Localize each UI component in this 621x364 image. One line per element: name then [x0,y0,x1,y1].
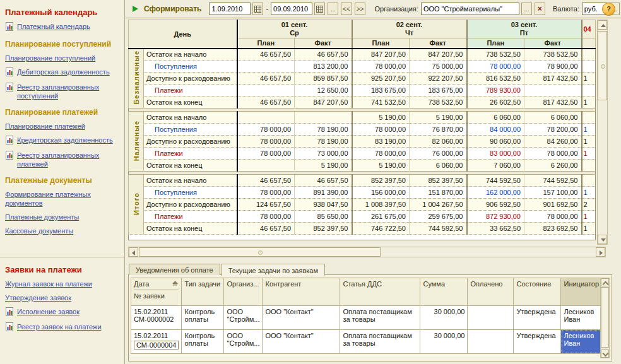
column-header-paid[interactable]: Оплачено [468,278,514,306]
grid-cell-partial[interactable]: 1 [582,97,596,109]
grid-cell[interactable] [237,85,295,97]
grid-cell[interactable]: 46 657,50 [237,49,295,61]
group-label-cell[interactable]: Итого [129,175,144,235]
grid-cell[interactable]: 1 008 397,50 [352,199,410,211]
task-cell-type[interactable]: Контроль оплаты [182,330,224,354]
grid-cell[interactable]: 83 190,00 [352,136,410,148]
date-to-calendar-button[interactable] [314,3,325,15]
grid-cell[interactable]: 7 060,00 [467,160,524,172]
grid-cell[interactable]: 852 397,50 [295,223,352,235]
grid-cell-partial[interactable]: 1 [582,223,596,235]
scroll-down-icon[interactable] [598,235,607,244]
grid-cell[interactable]: 26 602,50 [467,97,524,109]
task-cell-type[interactable]: Контроль оплаты [182,306,224,330]
sidebar-item[interactable]: Реестр запланированных поступлений [5,83,121,100]
grid-cell[interactable]: 73 000,00 [295,148,352,160]
date-from-input[interactable] [209,3,251,15]
grid-cell[interactable]: 744 592,50 [410,223,467,235]
grid-cell-partial[interactable] [582,160,596,172]
grid-horizontal-scrollbar[interactable] [128,247,606,257]
row-label[interactable]: Платежи [144,148,237,160]
grid-cell[interactable]: 847 207,50 [352,49,410,61]
task-cell-paid[interactable] [468,306,514,330]
fact-subheader[interactable]: Факт [295,38,352,49]
task-cell-amount[interactable]: 30 000,00 [420,306,468,330]
scroll-down-icon[interactable] [601,349,609,358]
grid-cell[interactable]: 6 260,00 [524,160,582,172]
grid-cell[interactable]: 90 060,00 [467,136,524,148]
row-label[interactable]: Доступно к расходованию [144,136,237,148]
grid-cell[interactable]: 124 657,50 [237,199,295,211]
grid-cell[interactable]: 5 190,00 [352,160,410,172]
grid-cell[interactable]: 823 692,50 [524,223,582,235]
grid-cell-partial[interactable]: 1 [582,211,596,223]
group-label-cell[interactable]: Наличные [129,112,144,172]
grid-cell[interactable]: 157 100,00 [524,187,582,199]
sidebar-item[interactable]: Платежные документы [5,213,121,221]
sidebar-item[interactable]: Формирование платежных документов [5,190,121,208]
row-label[interactable]: Остаток на начало [144,175,237,187]
grid-hscroll-thumb[interactable] [139,247,381,257]
grid-cell-partial[interactable] [582,49,596,61]
grid-cell[interactable]: 259 675,00 [410,211,467,223]
grid-cell[interactable]: 82 060,00 [410,136,467,148]
task-row[interactable]: 15.02.2011СМ-0000004Контроль оплатыООО "… [131,330,606,354]
grid-cell[interactable]: 46 657,50 [295,49,352,61]
grid-cell[interactable]: 906 592,50 [467,199,524,211]
date-header[interactable]: 01 сент.Ср [237,20,352,38]
row-label[interactable]: Поступления [144,124,237,136]
task-cell-amount[interactable]: 30 000,00 [420,330,468,354]
grid-cell[interactable]: 261 675,00 [352,211,410,223]
sidebar-item[interactable]: Исполнение заявок [5,307,121,317]
grid-cell[interactable]: 872 930,00 [467,211,524,223]
plan-subheader[interactable]: План [352,38,410,49]
grid-cell[interactable]: 78 190,00 [295,124,352,136]
grid-cell[interactable]: 84 000,00 [467,124,524,136]
row-label[interactable]: Остаток на конец [144,97,237,109]
column-header-state[interactable]: Состояние [514,278,561,306]
grid-cell[interactable]: 76 870,00 [410,124,467,136]
grid-cell[interactable]: 852 397,50 [410,175,467,187]
column-header-organization[interactable]: Организ... [224,278,263,306]
column-header-task-type[interactable]: Тип задачи [182,278,224,306]
grid-cell[interactable]: 1 004 267,50 [410,199,467,211]
task-cell-state[interactable]: Утверждена [514,306,561,330]
sidebar-item[interactable]: Планирование платежей [5,122,121,131]
grid-cell[interactable]: 817 432,50 [524,73,582,85]
grid-cell[interactable]: 847 207,50 [295,97,352,109]
grid-cell-partial[interactable] [582,112,596,124]
period-more-button[interactable]: ... [328,3,338,15]
grid-cell[interactable]: 744 592,50 [524,175,582,187]
grid-cell[interactable]: 938 047,50 [295,199,352,211]
tab-current-request-tasks[interactable]: Текущие задачи по заявкам [222,264,325,276]
grid-cell[interactable]: 78 000,00 [352,148,410,160]
grid-cell[interactable]: 78 000,00 [352,61,410,73]
row-label[interactable]: Платежи [144,211,237,223]
organization-input[interactable] [421,3,519,15]
grid-cell[interactable]: 746 722,50 [352,223,410,235]
grid-cell[interactable]: 922 207,50 [410,73,467,85]
grid-cell[interactable]: 78 190,00 [295,136,352,148]
grid-cell[interactable]: 156 000,00 [352,187,410,199]
group-label-cell[interactable]: Безналичные [129,49,144,109]
sidebar-item[interactable]: Дебиторская задолженность [5,68,121,78]
tasks-vertical-scrollbar[interactable] [600,278,610,358]
grid-cell[interactable]: 78 000,00 [237,124,295,136]
grid-cell[interactable]: 46 657,50 [237,223,295,235]
column-header-cashflow-item[interactable]: Статья ДДС [340,278,420,306]
grid-cell[interactable]: 816 532,50 [467,73,524,85]
scroll-up-icon[interactable] [601,278,609,286]
grid-cell[interactable] [295,112,352,124]
grid-cell[interactable]: 6 060,00 [524,112,582,124]
grid-cell[interactable]: 12 650,00 [295,85,352,97]
grid-cell[interactable]: 901 692,50 [524,199,582,211]
grid-cell[interactable]: 78 900,00 [524,61,582,73]
grid-cell[interactable]: 46 657,50 [237,97,295,109]
date-header[interactable]: 03 сент.Пт [467,20,582,38]
grid-cell[interactable]: 5 190,00 [352,112,410,124]
grid-cell-partial[interactable] [582,85,596,97]
grid-cell[interactable]: 744 592,50 [467,175,524,187]
grid-cell[interactable]: 151 870,00 [410,187,467,199]
row-label[interactable]: Доступно к расходованию [144,199,237,211]
grid-cell-partial[interactable]: 1 [582,136,596,148]
